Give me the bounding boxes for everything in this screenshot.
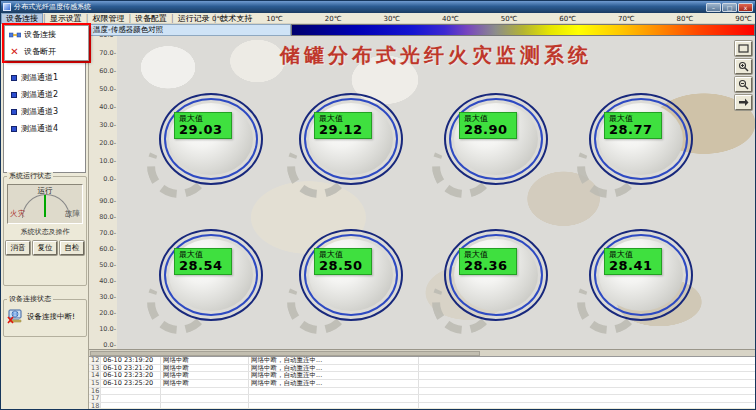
max-value: 29.03 [179,123,227,137]
system-title: 储罐分布式光纤火灾监测系统 [117,42,755,69]
log-detail: 网络中断，自动重连中... [249,357,419,364]
tank-outer-ring [159,93,263,185]
tank-3[interactable]: 最大值28.90 [444,93,548,185]
max-value: 28.77 [609,123,657,137]
title-bar: 分布式光纤温度传感系统 –□x [1,1,755,13]
channel-item-1[interactable]: 测温通道1 [4,69,85,86]
log-detail: 网络中断，自动重连中... [249,365,419,372]
tank-outer-ring [299,93,403,185]
axis-tick-top: 50.0- [91,86,116,93]
log-event [161,388,249,395]
horizontal-scrollbar[interactable] [89,349,755,356]
axis-tick-top: 60.0- [91,68,116,75]
log-time: 06-10 23:19:20 [101,357,161,364]
axis-tick-bottom: 0.0- [91,342,116,349]
menu-item-5[interactable]: 运行记录 [174,13,214,24]
log-empty-cell [419,403,755,408]
system-buttons: 消音复位自检 [6,241,84,255]
close-button[interactable]: x [738,3,753,12]
zoom-out-button[interactable] [735,77,752,92]
sys-button-3[interactable]: 自检 [60,241,84,255]
log-detail [249,395,419,402]
log-row-number: 13 [89,365,101,372]
view-toolbar [735,41,752,110]
channel-item-4[interactable]: 测温通道4 [4,120,85,137]
log-event: 网络中断 [161,357,249,364]
tank-6[interactable]: 最大值28.50 [299,229,403,321]
menu-item-1[interactable]: 设备连接 [1,13,43,24]
channel-item-3[interactable]: 测温通道3 [4,103,85,120]
log-time [101,388,161,395]
sys-button-2[interactable]: 复位 [33,241,57,255]
log-row-number: 16 [89,388,101,395]
log-row-number: 18 [89,403,101,408]
axis-tick-top: 10.0- [91,158,116,165]
log-row-number: 14 [89,372,101,379]
tank-4[interactable]: 最大值28.77 [589,93,693,185]
scale-tick-label: 50℃ [501,15,518,23]
maximize-button[interactable]: □ [722,3,737,12]
minimize-button[interactable]: – [706,3,721,12]
log-row[interactable]: 17 [89,395,755,403]
zoom-in-button[interactable] [735,59,752,74]
log-row[interactable]: 16 [89,388,755,396]
log-detail: 网络中断，自动重连中... [249,372,419,379]
menu-item-3[interactable]: 权限管理 [88,13,128,24]
pan-button[interactable] [735,95,752,110]
gauge-label-running: 运行 [38,186,53,195]
log-detail: 网络中断，自动重连中... [249,380,419,387]
max-value: 28.54 [179,259,227,273]
zoom-out-icon [738,79,749,90]
tank-inner-ring [449,98,543,180]
status-gauge: 火灾 运行 故障 [7,184,83,224]
channel-label: 测温通道2 [21,89,58,100]
menu-option-label: 设备断开 [24,46,56,57]
channel-item-2[interactable]: 测温通道2 [4,86,85,103]
sys-button-1[interactable]: 消音 [6,241,30,255]
log-row[interactable]: 1306-10 23:21:20网络中断网络中断，自动重连中... [89,365,755,373]
connection-status-text: 设备连接中断! [27,312,75,322]
system-status-group: 系统运行状态 火灾 运行 故障 系统状态及操作 消音复位自检 [3,176,87,286]
scale-tick-label: 40℃ [442,15,459,23]
log-time: 06-10 23:21:20 [101,365,161,372]
tank-1[interactable]: 最大值29.03 [159,93,263,185]
axis-tick-bottom: 10.0- [91,326,116,333]
menu-option-2[interactable]: ✕设备断开 [5,43,88,60]
tank-8[interactable]: 最大值28.41 [589,229,693,321]
tank-5[interactable]: 最大值28.54 [159,229,263,321]
scale-tick-label: 60℃ [559,15,576,23]
log-time [101,395,161,402]
tank-2[interactable]: 最大值29.12 [299,93,403,185]
gauge-needle [44,195,46,217]
axis-tick-bottom: 60.0- [91,246,116,253]
device-menu-highlight: 设备连接✕设备断开 [2,23,91,63]
max-value-box: 最大值29.03 [174,112,232,139]
tank-outer-ring [589,229,693,321]
log-detail [249,388,419,395]
axis-tick-top: 70.0- [91,50,116,57]
log-event: 网络中断 [161,372,249,379]
max-value-box: 最大值28.41 [604,248,662,275]
log-row[interactable]: 1506-10 23:25:20网络中断网络中断，自动重连中... [89,380,755,388]
fit-view-button[interactable] [735,41,752,56]
log-event: 网络中断 [161,380,249,387]
menu-option-1[interactable]: 设备连接 [5,26,88,43]
menu-item-2[interactable]: 显示设置 [46,13,86,24]
channel-label: 测温通道3 [21,106,58,117]
log-row[interactable]: 18 [89,403,755,408]
log-row[interactable]: 1206-10 23:19:20网络中断网络中断，自动重连中... [89,357,755,365]
app-window: 分布式光纤温度传感系统 –□x 设备连接|显示设置|权限管理|设备配置|运行记录… [0,0,756,410]
log-row[interactable]: 1406-10 23:23:20网络中断网络中断，自动重连中... [89,372,755,380]
axis-tick-top: 20.0- [91,140,116,147]
menu-item-4[interactable]: 设备配置 [131,13,171,24]
tank-outer-ring [299,229,403,321]
axis-tick-bottom: 40.0- [91,278,116,285]
gauge-label-fault: 故障 [65,209,80,218]
log-detail [249,403,419,408]
status-caption: 系统状态及操作 [4,227,86,237]
tank-7[interactable]: 最大值28.36 [444,229,548,321]
connection-status-title: 设备连接状态 [7,295,53,304]
axis-tick-bottom: 80.0- [91,214,116,221]
device-dropdown-menu: 设备连接✕设备断开 [4,25,89,61]
axis-tick-bottom: 90.0- [91,198,116,205]
